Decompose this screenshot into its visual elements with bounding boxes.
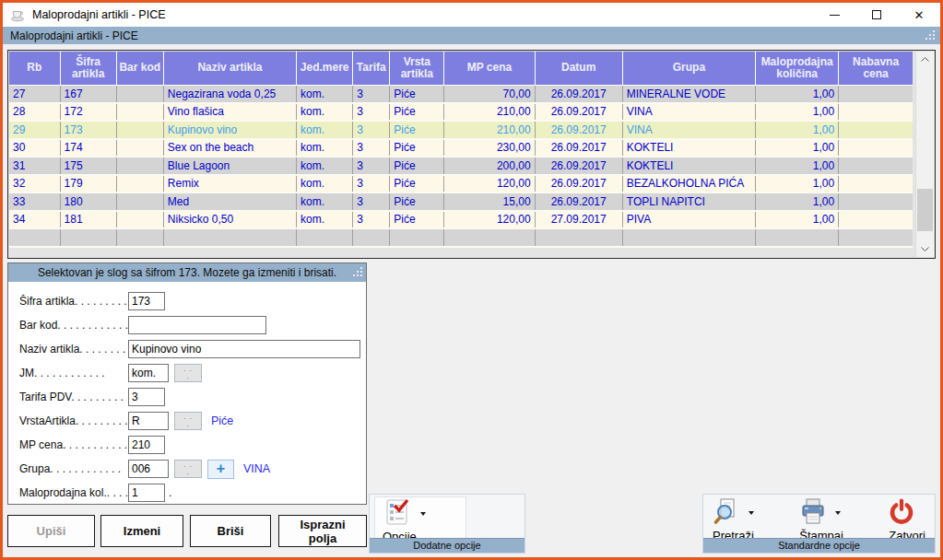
table-row[interactable]: 30174Sex on the beachkom.3Piće230,0026.0…	[9, 139, 913, 158]
maloprodajna-kol-label: Maloprodajna kol.. . . .	[19, 486, 128, 499]
izmeni-button[interactable]: Izmeni	[100, 515, 183, 547]
table-cell: Piće	[390, 175, 444, 193]
table-cell: 180	[60, 192, 116, 211]
options-icon	[383, 497, 412, 531]
pretrazi-button[interactable]: Pretraži	[713, 496, 754, 542]
printer-icon	[799, 497, 827, 529]
table-cell	[60, 228, 116, 247]
table-cell: 1,00	[756, 121, 839, 139]
standardne-opcije-footer: Standardne opcije	[703, 538, 935, 553]
table-cell: 28	[9, 103, 60, 122]
jm-row: JM. . . . . . . . . . . .. . .	[19, 361, 366, 385]
table-cell: 181	[60, 211, 116, 229]
vrsta-artikla-input[interactable]	[128, 412, 169, 430]
mp-cena-input[interactable]	[128, 436, 165, 454]
table-cell: 167	[60, 85, 116, 103]
articles-grid: RbŠifra artiklaBar kodNaziv artiklaJed.m…	[9, 52, 913, 248]
table-cell: Negazirana voda 0,25	[163, 85, 296, 103]
table-cell: 1,00	[756, 85, 839, 103]
table-cell: Piće	[390, 103, 444, 122]
edit-panel-header: Selektovan je slog sa šifrom 173. Mozete…	[8, 263, 366, 282]
table-cell: 175	[60, 157, 116, 175]
table-row[interactable]: 32179Remixkom.3Piće120,0026.09.2017BEZAL…	[9, 175, 913, 193]
column-header: Rb	[9, 52, 60, 85]
zatvori-button[interactable]: Zatvori	[889, 496, 925, 542]
scroll-up-icon[interactable]	[916, 52, 934, 67]
jm-lookup-button[interactable]: . . .	[174, 364, 202, 382]
upisi-button[interactable]: Upiši	[7, 515, 95, 547]
table-cell	[756, 228, 839, 247]
isprazni-polja-button[interactable]: Isprazni polja	[278, 515, 367, 547]
table-row[interactable]: 29173Kupinovo vinokom.3Piće210,0026.09.2…	[9, 121, 913, 139]
stampaj-button[interactable]: Štampaj	[799, 496, 843, 542]
table-cell: 3	[353, 211, 390, 229]
table-cell	[839, 157, 913, 175]
table-row[interactable]: 33180Medkom.3Piće15,0026.09.2017TOPLI NA…	[9, 192, 913, 211]
scroll-down-icon[interactable]	[916, 241, 934, 257]
table-row[interactable]: 31175Blue Lagoonkom.3Piće200,0026.09.201…	[9, 157, 913, 175]
jm-input[interactable]	[128, 364, 169, 382]
table-cell: kom.	[297, 211, 353, 229]
table-cell: Piće	[390, 211, 444, 229]
table-cell	[116, 175, 163, 193]
opcije-button[interactable]: Opcije	[374, 496, 466, 539]
table-cell: 3	[353, 175, 390, 193]
search-icon	[713, 497, 740, 529]
vrsta-artikla-lookup-button[interactable]: . . .	[174, 412, 202, 430]
maximize-icon	[872, 10, 881, 19]
maloprodajna-kol-input[interactable]	[128, 484, 165, 502]
grupa-row: Grupa. . . . . . . . . . . .. . .+VINA	[19, 457, 366, 481]
cup-icon	[10, 7, 25, 22]
minimize-button[interactable]	[813, 3, 855, 27]
caret-down-icon[interactable]	[749, 511, 754, 515]
caret-down-icon[interactable]	[420, 512, 426, 516]
grupa-input[interactable]	[128, 460, 169, 478]
table-row[interactable]: 34181Niksicko 0,50kom.3Piće120,0027.09.2…	[9, 211, 913, 229]
table-cell: 3	[353, 103, 390, 122]
table-cell	[353, 228, 390, 247]
bar-kod-input[interactable]	[128, 316, 266, 334]
grupa-add-button[interactable]: +	[207, 460, 234, 479]
table-cell	[839, 103, 913, 122]
grupa-lookup-button[interactable]: . . .	[174, 460, 202, 478]
table-row[interactable]: 28172Vino flašicakom.3Piće210,0026.09.20…	[9, 103, 913, 122]
resize-grip-icon[interactable]	[925, 30, 937, 41]
table-cell: Sex on the beach	[163, 139, 296, 158]
table-cell: 120,00	[444, 175, 535, 193]
mp-cena-row: MP cena. . . . . . . . . . .	[19, 433, 366, 457]
table-row[interactable]	[9, 228, 913, 247]
table-cell	[839, 211, 913, 229]
table-cell	[535, 228, 622, 247]
close-button[interactable]: ✕	[898, 3, 940, 27]
caret-down-icon[interactable]	[835, 511, 841, 515]
table-cell: 27	[9, 85, 60, 103]
table-cell: VINA	[622, 121, 755, 139]
table-cell: 1,00	[756, 139, 839, 158]
grupa-value-label: VINA	[243, 462, 270, 475]
table-cell: Niksicko 0,50	[163, 211, 296, 229]
table-viewport: RbŠifra artiklaBar kodNaziv artiklaJed.m…	[9, 52, 914, 257]
brisi-button[interactable]: Briši	[190, 515, 271, 547]
table-cell	[839, 175, 913, 193]
grupa-label: Grupa. . . . . . . . . . . .	[19, 462, 128, 475]
sifra-artikla-input[interactable]	[128, 292, 165, 310]
column-header: Datum	[535, 52, 622, 85]
table-cell: kom.	[297, 121, 353, 139]
maximize-button[interactable]	[855, 3, 898, 27]
table-row[interactable]: 27167Negazirana voda 0,25kom.3Piće70,002…	[9, 85, 913, 103]
table-cell: 30	[9, 139, 60, 158]
minimize-icon	[830, 15, 840, 16]
naziv-artikla-input[interactable]	[128, 340, 360, 358]
tarifa-pdv-input[interactable]	[128, 388, 165, 406]
table-cell: kom.	[297, 192, 353, 211]
table-cell: 173	[60, 121, 116, 139]
window-controls: ✕	[813, 3, 940, 27]
table-cell: 26.09.2017	[535, 85, 622, 103]
table-scrollbar[interactable]	[915, 52, 934, 257]
panel-resize-grip-icon[interactable]	[353, 267, 364, 278]
power-icon	[889, 498, 914, 528]
standard-buttons-row: Pretraži	[703, 495, 935, 542]
column-header: Nabavna cena	[839, 52, 913, 85]
scrollbar-thumb[interactable]	[917, 189, 933, 231]
table-cell: Blue Lagoon	[163, 157, 296, 175]
